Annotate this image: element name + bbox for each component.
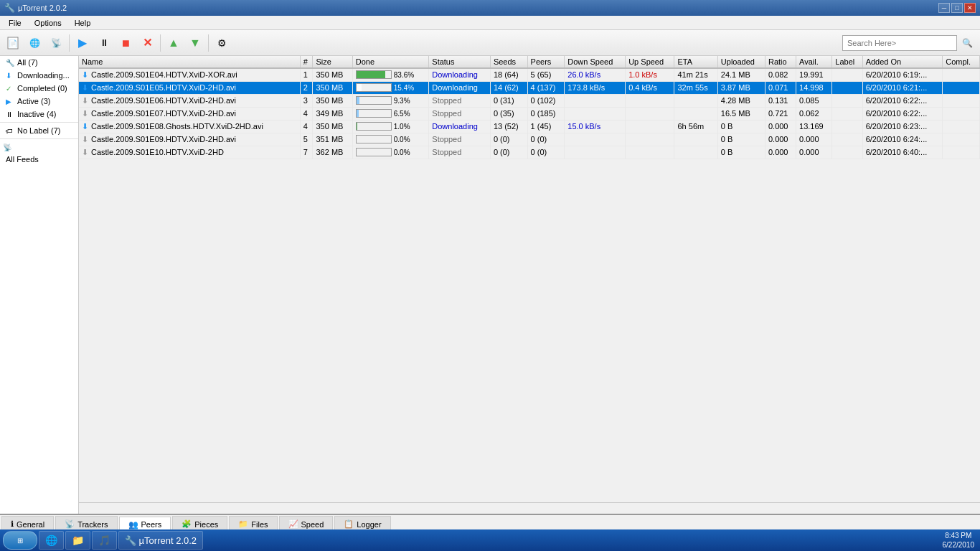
cell-name: ⬇Castle.2009.S01E07.HDTV.XviD-2HD.avi: [79, 107, 300, 120]
remove-button[interactable]: ✕: [137, 33, 157, 53]
general-icon: ℹ: [11, 519, 14, 529]
col-added-on[interactable]: Added On: [862, 56, 943, 68]
cell-compl: [943, 146, 980, 159]
cell-label: [832, 120, 862, 133]
maximize-button[interactable]: □: [951, 3, 963, 13]
cell-seeds: 18 (64): [490, 68, 527, 81]
sidebar-label-all-feeds: All Feeds: [6, 155, 39, 164]
cell-avail: 13.169: [796, 120, 832, 133]
taskbar-utorrent[interactable]: 🔧 µTorrent 2.0.2: [118, 531, 203, 550]
cell-avail: 0.000: [796, 133, 832, 146]
pause-button[interactable]: ⏸: [94, 33, 114, 53]
sidebar-item-active[interactable]: ▶ Active (3): [0, 95, 78, 108]
cell-down-speed: 15.0 kB/s: [565, 120, 626, 133]
table-row[interactable]: ⬇Castle.2009.S01E05.HDTV.XviD-2HD.avi 2 …: [79, 81, 980, 94]
resume-button[interactable]: ▶: [72, 33, 93, 53]
minimize-button[interactable]: ─: [938, 3, 950, 13]
table-row[interactable]: ⬇Castle.2009.S01E10.HDTV.XviD-2HD 7 362 …: [79, 146, 980, 159]
cell-down-speed: [565, 133, 626, 146]
cell-name: ⬇Castle.2009.S01E05.HDTV.XviD-2HD.avi: [79, 81, 300, 94]
sidebar-feeds-header: 📡: [0, 142, 78, 153]
taskbar-explorer[interactable]: 📁: [65, 531, 90, 550]
cell-ratio: 0.071: [765, 81, 796, 94]
cell-label: [832, 81, 862, 94]
menu-help[interactable]: Help: [69, 17, 97, 29]
toolbar: 📄 🌐 📡 ▶ ⏸ ⏹ ✕ ▲ ▼ ⚙ 🔍: [0, 30, 980, 56]
sidebar-item-downloading[interactable]: ⬇ Downloading...: [0, 69, 78, 82]
col-done[interactable]: Done: [352, 56, 429, 68]
col-ratio[interactable]: Ratio: [765, 56, 796, 68]
cell-name: ⬇Castle.2009.S01E10.HDTV.XviD-2HD: [79, 146, 300, 159]
cell-avail: 19.991: [796, 68, 832, 81]
cell-peers: 0 (102): [527, 94, 565, 107]
sidebar-item-inactive[interactable]: ⏸ Inactive (4): [0, 108, 78, 121]
col-up-speed[interactable]: Up Speed: [626, 56, 674, 68]
table-row[interactable]: ⬇Castle.2009.S01E04.HDTV.XviD-XOR.avi 1 …: [79, 68, 980, 81]
cell-added-on: 6/20/2010 6:23:...: [862, 120, 943, 133]
torrent-tbody: ⬇Castle.2009.S01E04.HDTV.XviD-XOR.avi 1 …: [79, 68, 980, 159]
search-input[interactable]: [842, 35, 957, 51]
toolbar-separator-2: [160, 34, 161, 52]
close-button[interactable]: ✕: [964, 3, 976, 13]
taskbar-ie[interactable]: 🌐: [39, 531, 64, 550]
col-eta[interactable]: ETA: [674, 56, 717, 68]
sidebar: 🔧 All (7) ⬇ Downloading... ✓ Completed (…: [0, 56, 79, 514]
cell-eta: [674, 146, 717, 159]
col-label[interactable]: Label: [832, 56, 862, 68]
col-avail[interactable]: Avail.: [796, 56, 832, 68]
cell-peers: 0 (185): [527, 107, 565, 120]
stop-button[interactable]: ⏹: [116, 33, 136, 53]
taskbar-right: 8:43 PM 6/22/2010: [943, 531, 978, 550]
col-peers[interactable]: Peers: [527, 56, 565, 68]
table-row[interactable]: ⬇Castle.2009.S01E06.HDTV.XviD-2HD.avi 3 …: [79, 94, 980, 107]
cell-down-speed: [565, 146, 626, 159]
cell-label: [832, 133, 862, 146]
add-torrent-button[interactable]: 📄: [3, 33, 23, 53]
col-num[interactable]: #: [300, 56, 313, 68]
horizontal-scrollbar[interactable]: [79, 502, 980, 514]
menu-options[interactable]: Options: [29, 17, 67, 29]
col-compl[interactable]: Compl.: [943, 56, 980, 68]
taskbar-media[interactable]: 🎵: [92, 531, 117, 550]
col-name[interactable]: Name: [79, 56, 300, 68]
cell-ratio: 0.000: [765, 133, 796, 146]
sidebar-item-all-feeds[interactable]: All Feeds: [0, 153, 78, 166]
sidebar-item-completed[interactable]: ✓ Completed (0): [0, 82, 78, 95]
col-seeds[interactable]: Seeds: [490, 56, 527, 68]
sidebar-divider-2: [0, 138, 78, 139]
table-row[interactable]: ⬇Castle.2009.S01E07.HDTV.XviD-2HD.avi 4 …: [79, 107, 980, 120]
title-bar: 🔧 µTorrent 2.0.2 ─ □ ✕: [0, 0, 980, 16]
title-bar-controls[interactable]: ─ □ ✕: [938, 3, 976, 13]
sidebar-item-all[interactable]: 🔧 All (7): [0, 56, 78, 69]
move-up-button[interactable]: ▲: [164, 33, 184, 53]
add-rss-button[interactable]: 📡: [46, 33, 66, 53]
cell-eta: 6h 56m: [674, 120, 717, 133]
cell-num: 2: [300, 81, 313, 94]
cell-eta: [674, 107, 717, 120]
cell-label: [832, 68, 862, 81]
cell-avail: 0.062: [796, 107, 832, 120]
search-button[interactable]: 🔍: [957, 33, 977, 53]
col-size[interactable]: Size: [313, 56, 352, 68]
table-row[interactable]: ⬇Castle.2009.S01E09.HDTV.XviD-2HD.avi 5 …: [79, 133, 980, 146]
cell-uploaded: 0 B: [717, 120, 765, 133]
sidebar-label-all: All (7): [17, 58, 38, 67]
start-button[interactable]: ⊞: [3, 531, 37, 550]
downloading-icon: ⬇: [6, 72, 14, 80]
col-down-speed[interactable]: Down Speed: [565, 56, 626, 68]
svg-text:📄: 📄: [9, 39, 18, 48]
sidebar-item-no-label[interactable]: 🏷 No Label (7): [0, 124, 78, 137]
cell-size: 362 MB: [313, 146, 352, 159]
cell-up-speed: [626, 120, 674, 133]
torrent-table-container[interactable]: Name # Size Done Status Seeds Peers Down…: [79, 56, 980, 502]
menu-file[interactable]: File: [3, 17, 27, 29]
settings-button[interactable]: ⚙: [212, 33, 232, 53]
cell-avail: 0.085: [796, 94, 832, 107]
all-icon: 🔧: [6, 59, 14, 67]
table-row[interactable]: ⬇Castle.2009.S01E08.Ghosts.HDTV.XviD-2HD…: [79, 120, 980, 133]
col-uploaded[interactable]: Uploaded: [717, 56, 765, 68]
move-down-button[interactable]: ▼: [185, 33, 205, 53]
add-torrent-url-button[interactable]: 🌐: [24, 33, 44, 53]
cell-added-on: 6/20/2010 6:24:...: [862, 133, 943, 146]
col-status[interactable]: Status: [429, 56, 491, 68]
